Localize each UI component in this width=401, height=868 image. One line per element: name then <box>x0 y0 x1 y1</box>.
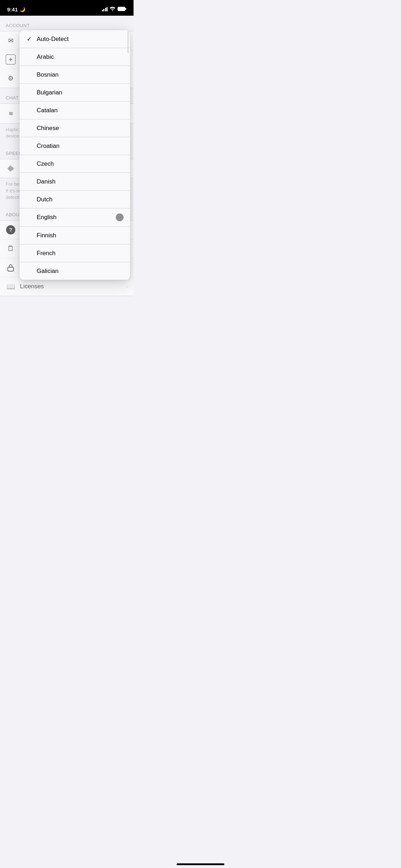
language-option-finnish[interactable]: Finnish <box>20 227 130 244</box>
language-label: Dutch <box>37 196 124 203</box>
language-option-dutch[interactable]: Dutch <box>20 191 130 208</box>
haptic-icon: ≋ <box>6 109 16 119</box>
svg-rect-10 <box>8 267 14 271</box>
email-icon: ✉ <box>6 36 16 46</box>
language-option-auto-detect[interactable]: ✓ Auto-Detect <box>20 30 130 48</box>
language-label: French <box>37 250 124 257</box>
account-section-header: ACCOUNT <box>0 16 134 31</box>
status-time: 9:41 🌙 <box>7 6 25 12</box>
language-label: Galician <box>37 268 124 275</box>
language-option-croatian[interactable]: Croatian <box>20 137 130 155</box>
language-label: Chinese <box>37 125 124 132</box>
language-label: Croatian <box>37 143 124 150</box>
language-option-bulgarian[interactable]: Bulgarian <box>20 84 130 102</box>
language-label: Finnish <box>37 232 124 239</box>
licenses-icon: 📖 <box>6 281 16 291</box>
language-option-czech[interactable]: Czech <box>20 155 130 173</box>
language-option-catalan[interactable]: Catalan <box>20 102 130 119</box>
svg-rect-2 <box>118 7 125 10</box>
language-option-arabic[interactable]: Arabic <box>20 48 130 66</box>
language-option-bosnian[interactable]: Bosnian <box>20 66 130 84</box>
language-option-galician[interactable]: Galician <box>20 262 130 280</box>
signal-icon <box>102 7 108 11</box>
language-option-french[interactable]: French <box>20 244 130 262</box>
time-label: 9:41 <box>7 6 18 12</box>
scroll-indicator <box>127 30 129 280</box>
terms-icon: 🗒 <box>6 244 16 254</box>
checkmark-icon: ✓ <box>26 35 32 43</box>
waveform-icon <box>6 164 16 174</box>
moon-icon: 🌙 <box>20 7 25 12</box>
licenses-label: Licenses <box>20 283 120 290</box>
current-selection-indicator <box>116 213 124 221</box>
status-bar: 9:41 🌙 <box>0 0 134 16</box>
language-label: Auto-Detect <box>37 36 124 43</box>
language-label: Bosnian <box>37 71 124 78</box>
language-dropdown[interactable]: ✓ Auto-Detect Arabic Bosnian Bulgarian C… <box>20 30 130 280</box>
language-label: Bulgarian <box>37 89 124 96</box>
status-icons <box>102 7 127 12</box>
svg-rect-1 <box>125 8 126 10</box>
language-label: English <box>37 214 116 221</box>
language-option-english[interactable]: English <box>20 208 130 227</box>
language-option-danish[interactable]: Danish <box>20 173 130 191</box>
language-label: Danish <box>37 178 124 185</box>
language-label: Czech <box>37 160 124 167</box>
licenses-chevron-icon: › <box>126 284 128 289</box>
lock-icon <box>6 263 16 273</box>
help-icon: ? <box>6 225 16 235</box>
language-label: Arabic <box>37 53 124 61</box>
subscribe-icon: + <box>6 55 16 64</box>
wifi-icon <box>110 7 115 12</box>
language-label: Catalan <box>37 107 124 114</box>
gear-icon: ⚙ <box>6 73 16 83</box>
battery-icon <box>118 7 126 12</box>
language-option-chinese[interactable]: Chinese <box>20 119 130 137</box>
